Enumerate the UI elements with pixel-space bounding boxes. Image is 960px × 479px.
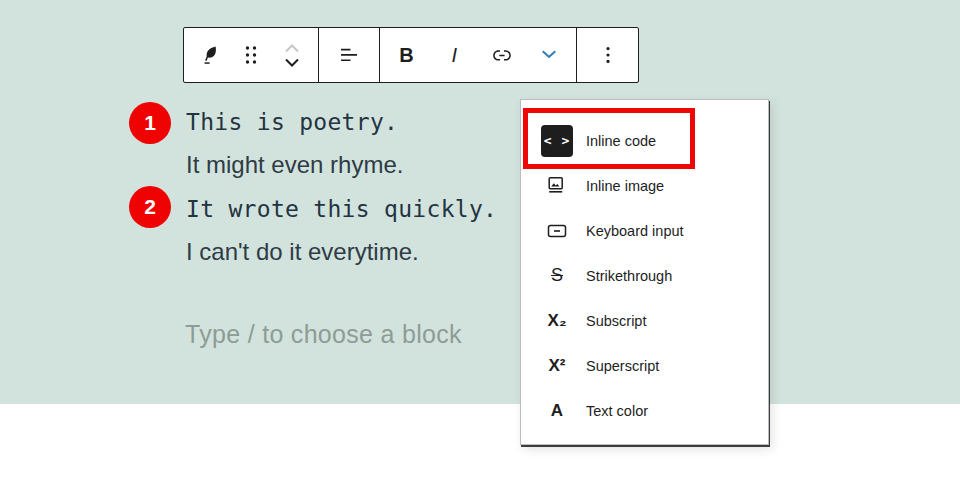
menu-item-label: Inline code [586, 133, 656, 149]
annotation-step-1: 1 [129, 102, 171, 144]
menu-item-subscript[interactable]: X₂ Subscript [521, 298, 768, 343]
move-up-icon [281, 42, 303, 54]
text-color-icon: A [551, 401, 563, 421]
text-color-icon-cell: A [541, 395, 573, 427]
toolbar-group-align [318, 28, 379, 82]
menu-item-label: Subscript [586, 313, 646, 329]
menu-item-inline-image[interactable]: Inline image [521, 163, 768, 208]
toolbar-group-block [184, 28, 318, 82]
poem-line-4[interactable]: I can't do it everytime. [186, 237, 419, 267]
annotation-step-2: 2 [129, 186, 171, 228]
menu-item-text-color[interactable]: A Text color [521, 388, 768, 433]
bold-icon: B [399, 44, 413, 67]
toolbar-group-options [576, 28, 638, 82]
inline-image-icon [545, 174, 569, 198]
formatting-dropdown-menu: < > Inline code Inline image Keyboard in… [520, 99, 769, 445]
empty-block-placeholder[interactable]: Type / to choose a block [185, 320, 462, 349]
inline-image-icon-cell [541, 170, 573, 202]
move-down-icon [281, 57, 303, 69]
annotation-step-1-number: 1 [144, 111, 156, 135]
bold-button[interactable]: B [386, 29, 428, 81]
strikethrough-icon-cell: S [541, 260, 573, 292]
options-button[interactable] [587, 29, 629, 81]
menu-item-label: Inline image [586, 178, 664, 194]
block-toolbar: B I [183, 27, 639, 83]
menu-item-label: Text color [586, 403, 648, 419]
poem-line-code-1[interactable]: This is poetry. [186, 107, 398, 137]
italic-button[interactable]: I [433, 29, 475, 81]
more-formatting-button[interactable] [528, 29, 570, 81]
chevron-down-icon [537, 43, 561, 67]
block-movers[interactable] [271, 29, 313, 81]
keyboard-input-icon-cell [541, 215, 573, 247]
inline-code-icon-cell: < > [541, 125, 573, 157]
superscript-icon-cell: X² [541, 350, 573, 382]
menu-item-inline-code[interactable]: < > Inline code [521, 118, 768, 163]
menu-item-label: Keyboard input [586, 223, 684, 239]
inline-code-icon: < > [541, 125, 573, 157]
menu-item-strikethrough[interactable]: S Strikethrough [521, 253, 768, 298]
menu-item-label: Strikethrough [586, 268, 672, 284]
kebab-menu-icon [596, 43, 620, 67]
subscript-icon-cell: X₂ [541, 305, 573, 337]
verse-leaf-icon [198, 43, 222, 67]
poem-line-code-3[interactable]: It wrote this quickly. [186, 194, 497, 224]
align-left-icon [337, 43, 361, 67]
superscript-icon: X² [549, 356, 566, 376]
menu-item-superscript[interactable]: X² Superscript [521, 343, 768, 388]
link-button[interactable] [481, 29, 523, 81]
subscript-icon: X₂ [548, 311, 567, 331]
align-text-button[interactable] [328, 29, 370, 81]
menu-item-label: Superscript [586, 358, 659, 374]
annotation-step-2-number: 2 [144, 195, 156, 219]
poem-line-2[interactable]: It might even rhyme. [186, 150, 403, 180]
verse-block-button[interactable] [189, 29, 231, 81]
strikethrough-icon: S [551, 265, 563, 286]
toolbar-group-format: B I [379, 28, 576, 82]
menu-item-keyboard-input[interactable]: Keyboard input [521, 208, 768, 253]
drag-handle-icon [242, 44, 260, 66]
drag-handle[interactable] [236, 29, 266, 81]
italic-icon: I [451, 44, 457, 67]
link-icon [490, 43, 514, 67]
keyboard-input-icon [545, 219, 569, 243]
